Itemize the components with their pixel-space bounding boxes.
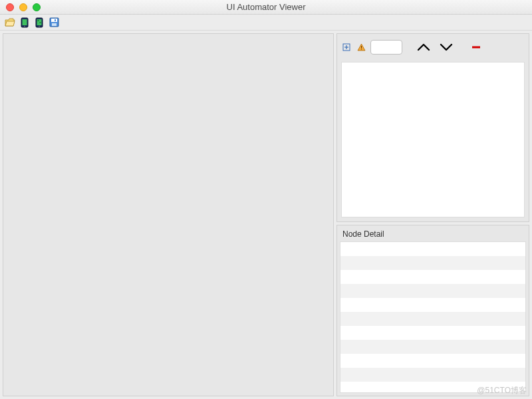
table-row xyxy=(340,340,525,354)
next-match-button[interactable] xyxy=(437,41,456,54)
svg-rect-11 xyxy=(55,19,56,21)
svg-rect-6 xyxy=(40,22,41,23)
screenshot-pane[interactable] xyxy=(3,33,334,396)
traffic-lights xyxy=(0,3,41,11)
table-row xyxy=(340,256,525,270)
table-row xyxy=(340,298,525,312)
hierarchy-panel xyxy=(336,33,529,222)
svg-rect-16 xyxy=(361,46,362,49)
table-row xyxy=(340,270,525,284)
node-detail-title: Node Detail xyxy=(340,228,526,241)
prev-match-button[interactable] xyxy=(414,41,433,54)
window-titlebar: UI Automator Viewer xyxy=(0,0,532,15)
svg-point-2 xyxy=(24,25,25,27)
expand-all-icon[interactable] xyxy=(341,42,352,53)
svg-rect-1 xyxy=(23,19,27,25)
table-row xyxy=(340,284,525,298)
table-row xyxy=(340,326,525,340)
table-row xyxy=(340,368,525,382)
clear-search-button[interactable] xyxy=(470,43,482,52)
hierarchy-tree[interactable] xyxy=(341,62,525,217)
svg-rect-10 xyxy=(52,23,57,26)
node-detail-table[interactable] xyxy=(340,241,526,393)
svg-point-7 xyxy=(39,25,40,27)
close-window-button[interactable] xyxy=(6,3,14,11)
open-folder-icon[interactable] xyxy=(4,17,16,29)
right-column: Node Detail xyxy=(336,33,529,396)
svg-rect-18 xyxy=(472,47,480,49)
window-title: UI Automator Viewer xyxy=(0,2,532,12)
toggle-naf-icon[interactable] xyxy=(356,42,366,53)
hierarchy-controls xyxy=(341,38,525,57)
toolbar xyxy=(0,15,532,31)
table-row xyxy=(340,312,525,326)
main-area: Node Detail xyxy=(0,31,532,399)
search-input[interactable] xyxy=(370,40,402,55)
save-icon[interactable] xyxy=(48,17,60,29)
table-row xyxy=(340,354,525,368)
svg-rect-9 xyxy=(51,19,57,22)
table-row xyxy=(340,242,525,256)
svg-rect-17 xyxy=(361,49,362,50)
zoom-window-button[interactable] xyxy=(33,3,41,11)
node-detail-panel: Node Detail xyxy=(336,225,529,396)
device-screenshot-icon[interactable] xyxy=(19,17,31,29)
svg-rect-5 xyxy=(38,20,39,21)
minimize-window-button[interactable] xyxy=(19,3,27,11)
device-screenshot-compressed-icon[interactable] xyxy=(33,17,45,29)
